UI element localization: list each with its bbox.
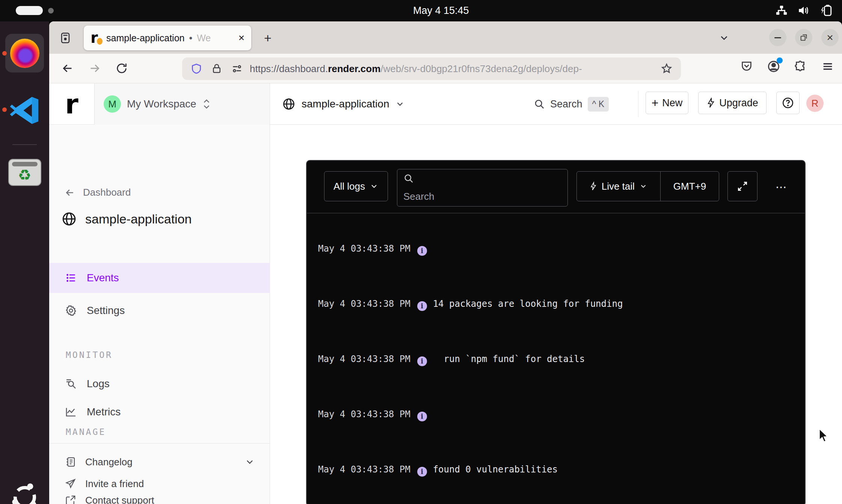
- pocket-icon[interactable]: [739, 59, 754, 74]
- log-filter-dropdown[interactable]: All logs: [324, 171, 388, 201]
- sidebar-item-events[interactable]: Events: [49, 263, 270, 293]
- log-row[interactable]: May 4 03:43:38 PMi: [318, 408, 790, 421]
- chevron-down-icon: [395, 99, 405, 109]
- logs-label: Logs: [87, 378, 110, 390]
- permissions-icon[interactable]: [229, 61, 244, 76]
- new-tab-button[interactable]: +: [260, 30, 276, 46]
- menu-hamburger-icon[interactable]: [820, 59, 835, 74]
- sidebar-item-contact-support[interactable]: Contact support: [49, 490, 270, 504]
- globe-icon: [61, 211, 77, 227]
- reload-button[interactable]: [112, 59, 131, 78]
- lock-icon[interactable]: [209, 61, 224, 76]
- workspace-name: My Workspace: [127, 98, 196, 110]
- trash-icon: ♻: [8, 159, 41, 186]
- upgrade-button[interactable]: Upgrade: [698, 92, 767, 114]
- workspace-selector[interactable]: M My Workspace: [95, 83, 270, 125]
- log-timestamp: May 4 03:43:38 PM: [318, 464, 410, 475]
- browser-window: r sample-application • We × + ×: [49, 21, 842, 504]
- updown-chevron-icon: [202, 98, 211, 110]
- url-bar[interactable]: https://dashboard.render.com/web/srv-d0b…: [182, 57, 681, 80]
- sidebar: Dashboard sample-application Events Sett…: [49, 125, 270, 504]
- log-timestamp: May 4 03:43:38 PM: [318, 243, 410, 254]
- live-tail-button[interactable]: Live tail: [581, 172, 656, 201]
- new-button[interactable]: + New: [646, 92, 688, 114]
- dock-trash-button[interactable]: ♻: [5, 153, 44, 192]
- metrics-chart-icon: [65, 406, 77, 418]
- sidebar-service-title[interactable]: sample-application: [61, 211, 192, 227]
- service-selector[interactable]: sample-application: [282, 83, 405, 125]
- events-label: Events: [87, 272, 119, 284]
- chevron-down-icon[interactable]: [244, 457, 255, 467]
- log-timestamp: May 4 03:43:38 PM: [318, 354, 410, 364]
- battery-icon[interactable]: [819, 4, 834, 17]
- log-timestamp: May 4 03:43:38 PM: [318, 409, 410, 419]
- log-row[interactable]: May 4 03:43:38 PMi run `npm fund` for de…: [318, 353, 790, 366]
- sidebar-back-dashboard[interactable]: Dashboard: [64, 187, 131, 198]
- livetail-timezone-group: Live tail GMT+9: [576, 171, 719, 201]
- volume-icon[interactable]: [797, 4, 810, 17]
- search-icon: [534, 98, 545, 110]
- dock-vscode-button[interactable]: [5, 91, 44, 130]
- log-row[interactable]: May 4 03:43:38 PMi14 packages are lookin…: [318, 298, 790, 311]
- window-minimize-button[interactable]: [769, 29, 786, 46]
- extensions-puzzle-icon[interactable]: [793, 59, 808, 74]
- render-favicon: r: [91, 32, 102, 44]
- tab-close-button[interactable]: ×: [238, 33, 244, 43]
- log-list[interactable]: May 4 03:43:38 PMi May 4 03:43:38 PMi14 …: [307, 213, 806, 504]
- browser-tab[interactable]: r sample-application • We ×: [84, 26, 251, 50]
- info-icon: i: [417, 301, 427, 311]
- log-search-input[interactable]: Search: [397, 169, 568, 207]
- sidebar-item-changelog[interactable]: Changelog: [49, 451, 270, 472]
- tab-separator: •: [189, 33, 192, 44]
- tab-list-chevron-button[interactable]: [716, 30, 732, 45]
- more-options-button[interactable]: ⋯: [776, 180, 788, 193]
- events-list-icon: [65, 272, 77, 284]
- log-row[interactable]: May 4 03:43:38 PMifound 0 vulnerabilitie…: [318, 463, 790, 477]
- log-row[interactable]: May 4 03:43:38 PMi: [318, 243, 790, 256]
- dock-ubuntu-button[interactable]: [5, 478, 44, 504]
- firefox-view-button[interactable]: [57, 29, 74, 47]
- forward-button[interactable]: [85, 59, 104, 78]
- sidebar-item-metrics[interactable]: Metrics: [49, 397, 270, 427]
- dock-firefox-button[interactable]: [5, 34, 44, 72]
- info-icon: i: [417, 356, 427, 366]
- expand-logs-button[interactable]: [727, 171, 757, 201]
- window-maximize-button[interactable]: [795, 29, 812, 46]
- render-logo[interactable]: r: [49, 83, 95, 125]
- gear-icon: [65, 305, 77, 317]
- changelog-icon: [65, 456, 76, 468]
- timezone-button[interactable]: GMT+9: [665, 172, 714, 201]
- firefox-icon: [10, 39, 39, 68]
- sidebar-service-name: sample-application: [85, 212, 192, 226]
- os-clock[interactable]: May 4 15:45: [413, 5, 469, 17]
- app-header: r M My Workspace sample-application Sear…: [49, 83, 842, 125]
- user-avatar[interactable]: R: [806, 95, 824, 112]
- browser-toolbar: https://dashboard.render.com/web/srv-d0b…: [49, 54, 842, 83]
- network-tree-icon[interactable]: [775, 4, 788, 17]
- workspace-indicator-pill[interactable]: [16, 6, 43, 15]
- settings-label: Settings: [87, 305, 125, 317]
- back-button[interactable]: [58, 59, 77, 78]
- account-icon[interactable]: [766, 59, 781, 74]
- global-search-button[interactable]: Search ^ K: [534, 83, 609, 125]
- log-search-placeholder: Search: [403, 191, 561, 202]
- window-close-button[interactable]: ×: [821, 29, 839, 46]
- tracking-shield-icon[interactable]: [189, 61, 204, 76]
- firefox-running-dot: [2, 51, 7, 56]
- sidebar-item-logs[interactable]: Logs: [49, 369, 270, 399]
- globe-icon: [282, 97, 296, 111]
- render-dashboard: r M My Workspace sample-application Sear…: [49, 83, 842, 504]
- workspace-avatar: M: [104, 95, 121, 113]
- info-icon: i: [417, 412, 427, 421]
- service-name: sample-application: [302, 98, 389, 110]
- os-top-bar: May 4 15:45: [0, 0, 842, 21]
- sidebar-item-settings[interactable]: Settings: [49, 296, 270, 326]
- bookmark-star-icon[interactable]: [659, 61, 674, 76]
- help-button[interactable]: [776, 92, 800, 114]
- workspace-indicator-dot[interactable]: [48, 8, 54, 14]
- log-text: found 0 vulnerabilities: [433, 464, 558, 475]
- chevron-down-icon: [370, 182, 379, 191]
- url-text[interactable]: https://dashboard.render.com/web/srv-d0b…: [250, 63, 654, 75]
- log-text: 14 packages are looking for funding: [433, 299, 623, 309]
- dock-divider: [12, 144, 37, 145]
